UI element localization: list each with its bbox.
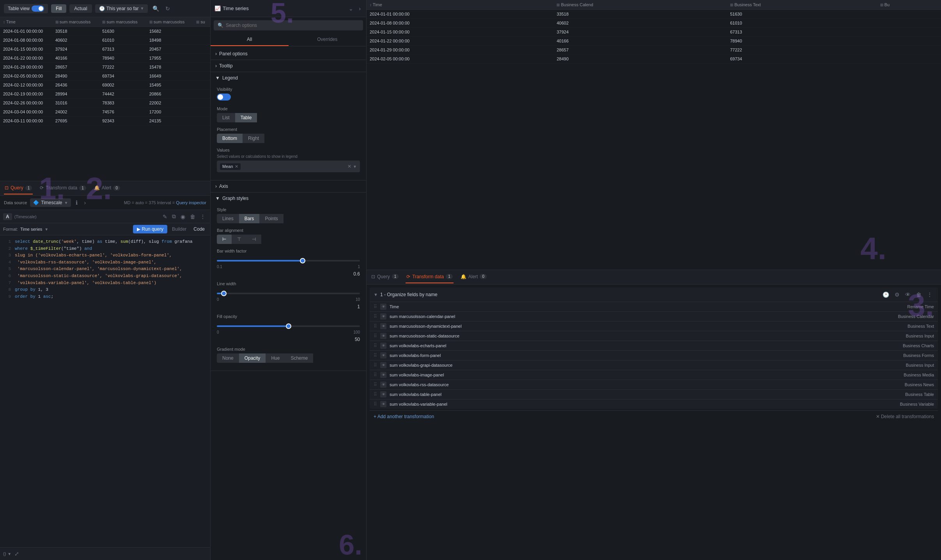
run-query-button[interactable]: ▶ Run query — [133, 225, 167, 233]
left-toolbar: Table view Fill Actual 🕐 This year so fa… — [0, 0, 210, 17]
right-query-tab[interactable]: ⊡ Query 1 — [370, 271, 399, 283]
field-rename-input[interactable] — [880, 382, 934, 387]
tooltip-header[interactable]: › Tooltip — [211, 60, 366, 72]
legend-header[interactable]: ▼ Legend — [211, 72, 366, 84]
placement-bottom-btn[interactable]: Bottom — [217, 134, 243, 143]
tags-clear[interactable]: ✕ — [347, 164, 351, 169]
datasource-info-button[interactable]: ℹ — [74, 198, 79, 207]
style-points-btn[interactable]: Points — [259, 214, 283, 223]
bar-align-left-btn[interactable]: ⊢ — [217, 235, 232, 244]
field-eye-icon[interactable]: 👁 — [380, 323, 386, 329]
drag-handle[interactable]: ⠿ — [374, 382, 377, 387]
field-rename-input[interactable] — [880, 373, 934, 377]
query-inspector-link[interactable]: Query inspector — [176, 200, 206, 205]
code-button[interactable]: Code — [191, 225, 207, 233]
search-button[interactable]: 🔍 — [151, 4, 161, 13]
sql-editor[interactable]: 1select date_trunc('week', time) as time… — [0, 235, 210, 547]
field-rename-input[interactable] — [880, 334, 934, 338]
field-name: sum volkovlabs-form-panel — [390, 353, 877, 358]
alert-tab[interactable]: 🔔 Alert 0 — [93, 182, 121, 194]
drag-handle[interactable]: ⠿ — [374, 304, 377, 309]
visibility-toggle[interactable] — [217, 94, 231, 101]
drag-handle[interactable]: ⠿ — [374, 372, 377, 378]
gradient-hue-btn[interactable]: Hue — [266, 353, 285, 363]
field-rename-input[interactable] — [880, 324, 934, 329]
datasource-nav-button[interactable]: › — [82, 198, 87, 207]
mode-list-btn[interactable]: List — [217, 113, 235, 122]
drag-handle[interactable]: ⠿ — [374, 343, 377, 348]
mode-table-btn[interactable]: Table — [235, 113, 257, 122]
tab-all[interactable]: All — [211, 34, 289, 46]
gradient-none-btn[interactable]: None — [217, 353, 239, 363]
drag-handle[interactable]: ⠿ — [374, 353, 377, 358]
right-transform-tab[interactable]: ⟳ Transform data 1 — [406, 271, 453, 283]
builder-button[interactable]: Builder — [170, 225, 189, 233]
field-eye-icon[interactable]: 👁 — [380, 343, 386, 349]
mean-tag-remove[interactable]: ✕ — [235, 164, 238, 169]
field-eye-icon[interactable]: 👁 — [380, 333, 386, 339]
table-view-switch[interactable] — [32, 5, 44, 12]
field-rename-input[interactable] — [880, 402, 934, 406]
add-transformation-button[interactable]: + Add another transformation — [374, 414, 434, 419]
bar-width-thumb[interactable] — [300, 258, 305, 263]
tab-overrides[interactable]: Overrides — [289, 34, 367, 46]
datasource-select[interactable]: 🔷 Timescale ▼ — [30, 198, 71, 207]
field-eye-icon[interactable]: 👁 — [380, 362, 386, 368]
line-width-thumb[interactable] — [221, 291, 227, 296]
tags-chevron[interactable]: ▼ — [353, 164, 357, 169]
query-copy-button[interactable]: ⧉ — [170, 212, 177, 221]
line-number: 5 — [3, 266, 11, 273]
field-eye-icon[interactable]: 👁 — [380, 304, 386, 310]
drag-handle[interactable]: ⠿ — [374, 314, 377, 319]
field-rename-input[interactable] — [880, 363, 934, 367]
field-eye-icon[interactable]: 👁 — [380, 401, 386, 407]
field-eye-icon[interactable]: 👁 — [380, 382, 386, 388]
sql-fullscreen-button[interactable]: ⤢ — [13, 549, 21, 558]
gradient-opacity-btn[interactable]: Opacity — [239, 353, 266, 363]
query-tab[interactable]: ⊡ Query 1 — [4, 182, 33, 194]
gradient-scheme-btn[interactable]: Scheme — [285, 353, 313, 363]
drag-handle[interactable]: ⠿ — [374, 362, 377, 368]
field-rename-input[interactable] — [880, 392, 934, 397]
fill-opacity-track[interactable] — [217, 325, 360, 327]
time-range-picker[interactable]: 🕐 This year so far ▼ — [95, 4, 148, 13]
field-rename-input[interactable] — [880, 343, 934, 348]
query-toggle-button[interactable]: ◉ — [179, 212, 187, 221]
drag-handle[interactable]: ⠿ — [374, 333, 377, 339]
fill-opacity-thumb[interactable] — [286, 323, 291, 329]
panel-options-header[interactable]: › Panel options — [211, 48, 366, 60]
query-edit-button[interactable]: ✎ — [161, 212, 169, 221]
query-delete-button[interactable]: 🗑 — [188, 212, 197, 221]
right-alert-tab[interactable]: 🔔 Alert 0 — [460, 271, 487, 283]
delete-all-transformations-button[interactable]: ✕ Delete all transformations — [876, 414, 934, 419]
graph-styles-header[interactable]: ▼ Graph styles — [211, 193, 366, 204]
axis-header[interactable]: › Axis — [211, 180, 366, 192]
bar-width-track[interactable] — [217, 260, 360, 261]
transform-settings-icon[interactable]: ⚙ — [893, 290, 901, 299]
drag-handle[interactable]: ⠿ — [374, 392, 377, 397]
bar-align-right-btn[interactable]: ⊣ — [246, 235, 261, 244]
style-lines-btn[interactable]: Lines — [217, 214, 239, 223]
line-width-track[interactable] — [217, 293, 360, 294]
panel-collapse-button[interactable]: ⌄ — [347, 4, 355, 13]
field-eye-icon[interactable]: 👁 — [380, 391, 386, 397]
actual-button[interactable]: Actual — [69, 4, 92, 13]
query-more-button[interactable]: ⋮ — [198, 212, 207, 221]
field-eye-icon[interactable]: 👁 — [380, 352, 386, 359]
transform-time-icon[interactable]: 🕐 — [881, 290, 891, 299]
panel-next-button[interactable]: › — [357, 4, 362, 13]
field-eye-icon[interactable]: 👁 — [380, 313, 386, 320]
fill-button[interactable]: Fill — [51, 4, 66, 13]
bar-align-center-btn[interactable]: ⊤ — [232, 235, 246, 244]
transform-tab[interactable]: ⟳ Transform data 1 — [39, 182, 87, 194]
table-view-toggle[interactable]: Table view — [4, 4, 48, 13]
placement-right-btn[interactable]: Right — [243, 134, 264, 143]
drag-handle[interactable]: ⠿ — [374, 323, 377, 329]
drag-handle[interactable]: ⠿ — [374, 401, 377, 407]
refresh-button[interactable]: ↻ — [164, 4, 172, 13]
values-tags-input[interactable]: Mean ✕ ✕ ▼ — [217, 161, 360, 172]
field-eye-icon[interactable]: 👁 — [380, 372, 386, 378]
transform-organize-header[interactable]: ▼ 1 - Organize fields by name 🕐 ⚙ 👁 🗑 ⋮ — [370, 288, 938, 302]
field-rename-input[interactable] — [880, 353, 934, 358]
style-bars-btn[interactable]: Bars — [239, 214, 260, 223]
